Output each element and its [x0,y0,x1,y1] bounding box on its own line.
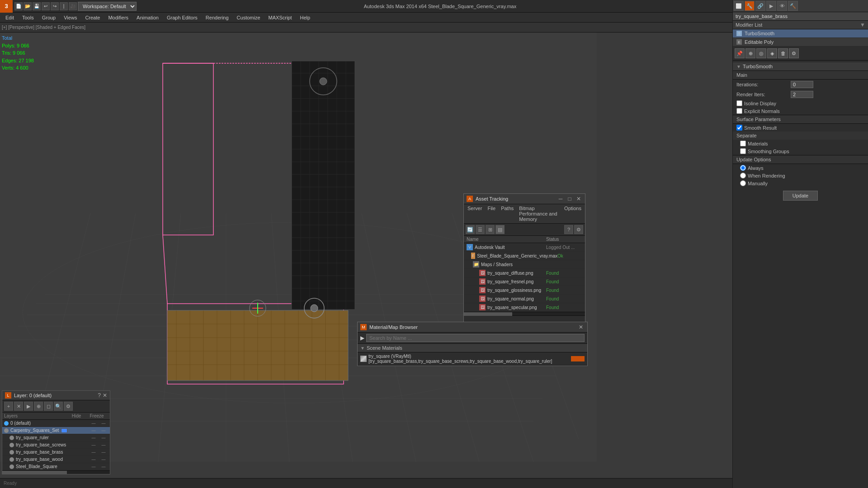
at-refresh-btn[interactable]: 🔄 [466,225,475,234]
mb-scene-materials-section[interactable]: ▼ Scene Materials [358,344,587,352]
layer-item-wood[interactable]: try_square_base_wood — — [2,456,110,463]
at-scrollbar[interactable] [464,312,585,315]
editablepoly-icon: E [736,39,742,45]
layers-close-btn[interactable]: ✕ [103,392,107,399]
display2-panel-btn[interactable]: 👁 [777,1,787,11]
layers-help-btn[interactable]: ? [98,392,101,399]
display-panel-btn[interactable]: ⬜ [734,1,744,11]
at-menu-file[interactable]: File [486,205,497,222]
open-btn[interactable]: 📂 [24,2,32,10]
configure-btn[interactable]: ⚙ [789,48,799,58]
at-row-specular[interactable]: 🖼 try_square_specular.png Found [464,303,585,312]
layer-dot-steel [9,465,14,469]
menu-help[interactable]: Help [297,14,314,21]
at-menu-paths[interactable]: Paths [499,205,515,222]
layers-settings-btn[interactable]: ⚙ [64,402,73,411]
motion-panel-btn[interactable]: ▶ [766,1,776,11]
new-file-btn[interactable]: 📄 [14,2,23,10]
at-list-btn[interactable]: ☰ [476,225,485,234]
at-row-glossiness[interactable]: 🖼 try_square_glossiness.png Found [464,286,585,295]
layer-item-brass[interactable]: try_square_base_brass — — [2,449,110,456]
ts-materials-checkbox[interactable] [740,141,746,146]
layers-scrollbar[interactable] [2,470,110,474]
at-name-diffuse: try_square_diffuse.png [487,271,546,276]
layer-freeze-steel: — [99,465,108,469]
undo-btn[interactable]: ↩ [42,2,50,10]
save-btn[interactable]: 💾 [33,2,41,10]
layer-item-carpentry[interactable]: Carpentry_Squares_Set — — [2,427,110,434]
ts-explicit-checkbox[interactable] [736,108,742,114]
layers-merge-btn[interactable]: ⊕ [34,402,43,411]
layers-del-btn[interactable]: ✕ [14,402,23,411]
at-row-fresnel[interactable]: 🖼 try_square_fresnel.png Found [464,277,585,286]
menu-create[interactable]: Create [81,14,104,21]
layers-find-btn[interactable]: 🔍 [54,402,63,411]
menu-group[interactable]: Group [38,14,60,21]
mb-material-row[interactable]: try_square (VRayMtl) [try_square_base_br… [358,352,587,366]
ts-always-radio[interactable] [740,165,746,171]
layers-select-btn[interactable]: ◻ [44,402,53,411]
mb-close-btn[interactable]: ✕ [577,324,585,330]
modifier-list-dropdown-icon[interactable]: ▼ [860,22,865,28]
stats-tris: Tris: 9 066 [2,49,34,57]
at-detail-btn[interactable]: ▤ [495,225,505,234]
extra-btn[interactable]: | [60,2,68,10]
layers-move-btn[interactable]: ▶ [24,402,33,411]
ts-manually-radio[interactable] [740,180,746,186]
at-minimize-btn[interactable]: ─ [557,196,564,202]
ts-update-button[interactable]: Update [783,191,818,201]
menu-customize[interactable]: Customize [233,14,264,21]
at-row-normal[interactable]: 🖼 try_square_normal.png Found [464,295,585,303]
ts-when-rendering-radio[interactable] [740,173,746,178]
utilities-panel-btn[interactable]: 🔨 [788,1,798,11]
at-icon-glossiness: 🖼 [479,287,486,293]
menu-tools[interactable]: Tools [19,14,38,21]
hierarchy-panel-btn[interactable]: 🔗 [755,1,765,11]
remove-mod-btn[interactable]: 🗑 [778,48,788,58]
at-close-btn[interactable]: ✕ [575,196,582,202]
menu-edit[interactable]: Edit [2,14,18,21]
verts-value: 4 600 [16,65,28,70]
layer-item-screws[interactable]: try_square_base_screws — — [2,441,110,449]
mb-search-input[interactable] [366,334,585,342]
ts-collapse-icon[interactable]: ▼ [736,64,741,69]
layer-item-default[interactable]: 0 (default) — — [2,420,110,427]
layers-add-btn[interactable]: + [4,402,13,411]
menu-maxscript[interactable]: MAXScript [265,14,296,21]
at-settings-btn[interactable]: ⚙ [574,225,583,234]
ts-render-iters-input[interactable] [791,91,813,98]
menu-animation[interactable]: Animation [133,14,162,21]
workspace-dropdown[interactable]: Workspace: Default [78,2,137,11]
ts-isoline-checkbox[interactable] [736,100,742,106]
redo-btn[interactable]: ↪ [51,2,59,10]
ts-smooth-result-checkbox[interactable] [736,125,742,131]
modify-panel-btn[interactable]: 🔧 [745,1,755,11]
at-grid-btn[interactable]: ⊞ [486,225,495,234]
show-end-btn[interactable]: ⊕ [745,48,755,58]
ts-smoothing-groups-checkbox[interactable] [740,148,746,154]
at-scrollbar-thumb [464,312,512,316]
at-row-diffuse[interactable]: 🖼 try_square_diffuse.png Found [464,269,585,277]
modifier-item-editablepoly[interactable]: E Editable Poly [733,38,868,47]
at-restore-btn[interactable]: □ [566,196,573,202]
menu-rendering[interactable]: Rendering [202,14,232,21]
at-row-vault[interactable]: V Autodesk Vault Logged Out ... [464,243,585,252]
at-row-maps-group[interactable]: 📁 Maps / Shaders [464,260,585,269]
layer-item-ruler[interactable]: try_square_ruler — — [2,434,110,441]
modifier-item-turbosmooth[interactable]: T TurboSmooth [733,29,868,38]
render-btn[interactable]: 🎥 [69,2,77,10]
menu-modifiers[interactable]: Modifiers [104,14,132,21]
at-row-file[interactable]: F Steel_Blade_Square_Generic_vray.max Ok [464,252,585,260]
at-menu-options[interactable]: Options [562,205,583,222]
pin-stack-btn[interactable]: 📌 [735,48,745,58]
menu-graph-editors[interactable]: Graph Editors [163,14,201,21]
at-menu-server[interactable]: Server [466,205,484,222]
layer-item-steel-blade[interactable]: Steel_Blade_Square — — [2,463,110,470]
show-result-btn[interactable]: ◎ [756,48,766,58]
menu-views[interactable]: Views [60,14,80,21]
at-help-btn[interactable]: ? [564,225,573,234]
at-menu-bitmap[interactable]: Bitmap Performance and Memory [517,205,561,222]
ts-iterations-input[interactable] [791,81,813,88]
make-unique-btn[interactable]: ◈ [767,48,777,58]
at-status-glossiness: Found [546,288,582,293]
